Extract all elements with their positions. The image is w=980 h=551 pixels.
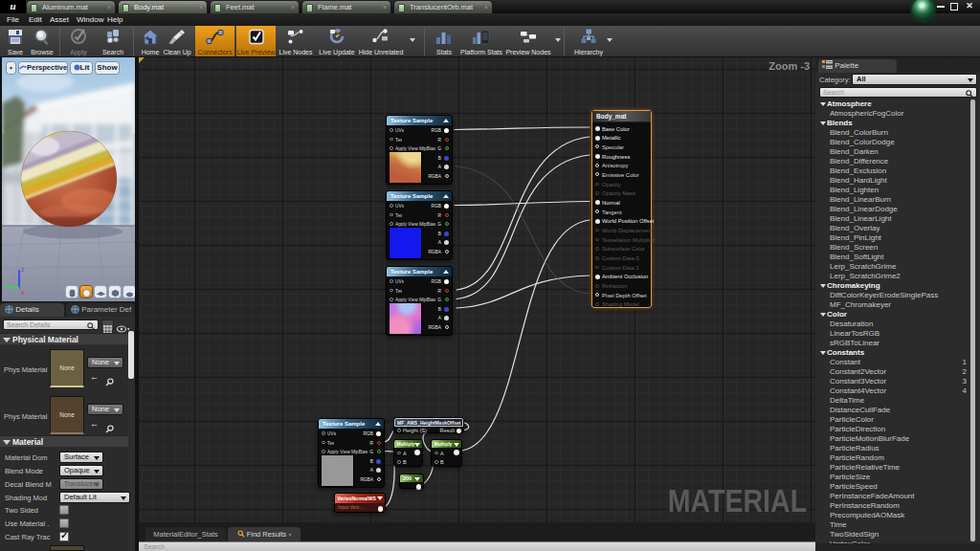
svg-text:x: x [21,289,25,296]
svg-text:z: z [21,266,25,273]
